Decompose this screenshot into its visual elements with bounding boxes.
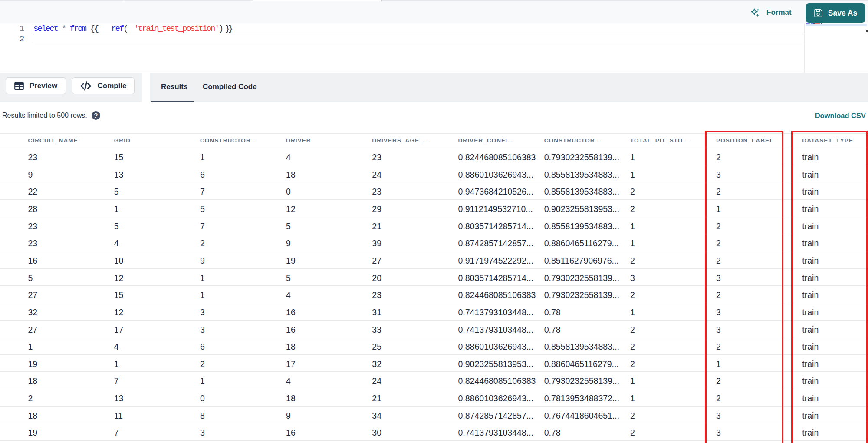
svg-text:?: ?	[94, 112, 98, 119]
